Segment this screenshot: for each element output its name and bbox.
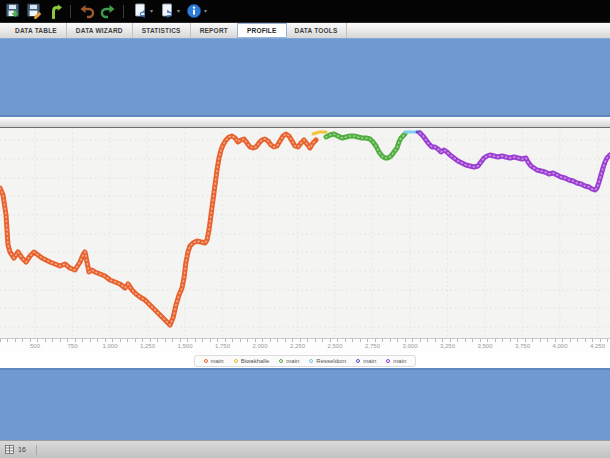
legend-label: Resseldom bbox=[316, 358, 346, 364]
map-panel-top[interactable] bbox=[0, 38, 610, 117]
legend-marker-icon bbox=[234, 359, 238, 363]
save-edit-icon[interactable] bbox=[24, 2, 43, 21]
legend-marker-icon bbox=[309, 359, 313, 363]
legend-marker-icon bbox=[204, 359, 208, 363]
legend-item[interactable]: main bbox=[356, 358, 376, 364]
track-icon[interactable] bbox=[45, 2, 64, 21]
x-tick-label: 3,750 bbox=[515, 343, 530, 349]
x-tick-label: 750 bbox=[67, 343, 77, 349]
legend-box: mainBiwakhallemainResseldommainmain bbox=[194, 355, 417, 367]
status-count: 16 bbox=[18, 446, 26, 453]
toolbar-separator bbox=[70, 5, 71, 18]
profile-series-main bbox=[420, 133, 610, 190]
tab-data-table[interactable]: DATA TABLE bbox=[6, 23, 67, 38]
dropdown-caret-icon[interactable]: ▾ bbox=[150, 8, 153, 14]
legend-marker-icon bbox=[279, 359, 283, 363]
x-tick-label: 3,250 bbox=[440, 343, 455, 349]
tab-data-wizard[interactable]: DATA WIZARD bbox=[67, 23, 133, 38]
x-tick-label: 2,500 bbox=[327, 343, 342, 349]
legend-item[interactable]: main bbox=[204, 358, 224, 364]
legend-item[interactable]: Resseldom bbox=[309, 358, 346, 364]
legend-marker-icon bbox=[386, 359, 390, 363]
legend-row: mainBiwakhallemainResseldommainmain bbox=[0, 353, 610, 368]
x-tick-label: 2,000 bbox=[252, 343, 267, 349]
dropdown-caret-icon[interactable]: ▾ bbox=[204, 8, 207, 14]
profile-plot-area[interactable] bbox=[0, 127, 610, 338]
x-tick-label: 2,250 bbox=[290, 343, 305, 349]
redo-icon[interactable] bbox=[98, 2, 117, 21]
x-tick-label: 500 bbox=[30, 343, 40, 349]
legend-item[interactable]: main bbox=[279, 358, 299, 364]
x-tick-label: 4,000 bbox=[552, 343, 567, 349]
x-tick-label: 1,000 bbox=[102, 343, 117, 349]
toolbar: ▾ ▾ ▾ bbox=[0, 0, 610, 22]
legend-label: main bbox=[363, 358, 376, 364]
tab-report[interactable]: REPORT bbox=[191, 23, 238, 38]
x-tick-label: 3,500 bbox=[477, 343, 492, 349]
dropdown-caret-icon[interactable]: ▾ bbox=[177, 8, 180, 14]
x-axis-ticks bbox=[0, 338, 610, 342]
x-tick-label: 1,750 bbox=[215, 343, 230, 349]
x-tick-label: 1,250 bbox=[140, 343, 155, 349]
import-icon[interactable] bbox=[157, 2, 176, 21]
x-axis: 5007501,0001,2501,5001,7502,0002,2502,50… bbox=[0, 338, 610, 353]
status-bar: 16 bbox=[0, 440, 610, 458]
tab-data-tools[interactable]: DATA TOOLS bbox=[286, 23, 348, 38]
profile-series-marker-overlay bbox=[420, 133, 610, 190]
undo-icon[interactable] bbox=[77, 2, 96, 21]
profile-chart-panel: 5007501,0001,2501,5001,7502,0002,2502,50… bbox=[0, 117, 610, 368]
tab-statistics[interactable]: STATISTICS bbox=[133, 23, 191, 38]
legend-marker-icon bbox=[356, 359, 360, 363]
toolbar-separator bbox=[123, 5, 124, 18]
info-icon[interactable] bbox=[184, 2, 203, 21]
application-window: ▾ ▾ ▾ DATA TABLEDATA WIZARDSTATISTI bbox=[0, 0, 610, 458]
table-count-icon bbox=[5, 445, 14, 454]
x-tick-label: 2,750 bbox=[365, 343, 380, 349]
profile-series-marker-overlay bbox=[0, 134, 316, 325]
x-tick-label: 3,000 bbox=[402, 343, 417, 349]
status-separator bbox=[36, 445, 37, 455]
x-tick-label: 1,500 bbox=[177, 343, 192, 349]
profile-series-biwakhalle bbox=[313, 132, 326, 134]
legend-label: Biwakhalle bbox=[241, 358, 270, 364]
tab-profile[interactable]: PROFILE bbox=[237, 23, 287, 38]
legend-label: main bbox=[211, 358, 224, 364]
export-icon[interactable] bbox=[130, 2, 149, 21]
tab-bar: DATA TABLEDATA WIZARDSTATISTICSREPORTPRO… bbox=[0, 22, 610, 38]
legend-item[interactable]: main bbox=[386, 358, 406, 364]
profile-series-main bbox=[0, 134, 316, 325]
legend-label: main bbox=[286, 358, 299, 364]
map-panel-bottom[interactable] bbox=[0, 368, 610, 440]
legend-label: main bbox=[393, 358, 406, 364]
panel-edge bbox=[0, 117, 610, 127]
x-tick-label: 4,250 bbox=[590, 343, 605, 349]
legend-item[interactable]: Biwakhalle bbox=[234, 358, 270, 364]
save-icon[interactable] bbox=[3, 2, 22, 21]
profile-svg bbox=[0, 128, 610, 338]
